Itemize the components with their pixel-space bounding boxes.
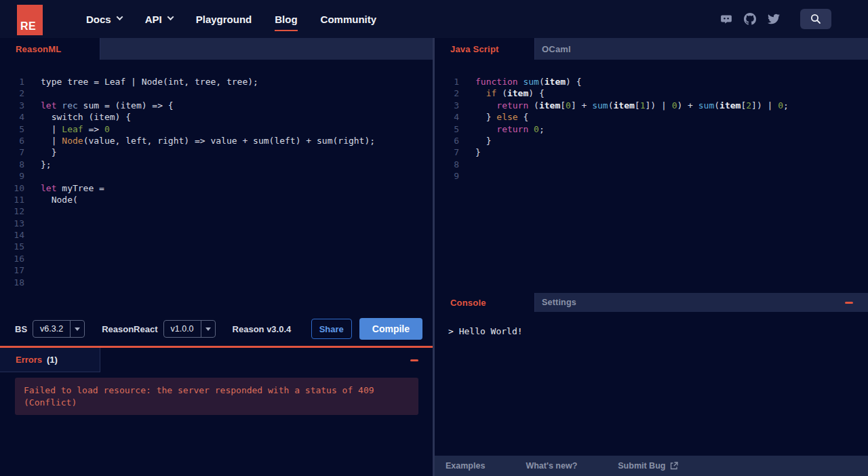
nav-item-api[interactable]: API — [145, 14, 173, 25]
search-button[interactable] — [800, 9, 831, 29]
tab-errors[interactable]: Errors (1) — [0, 348, 100, 372]
collapse-console-icon[interactable] — [845, 302, 853, 304]
code-text: | Node(value, left, right) => value + su… — [41, 135, 375, 146]
line-number: 12 — [0, 205, 24, 217]
line-number: 4 — [0, 111, 24, 123]
reasonreact-label: ReasonReact — [102, 324, 157, 334]
line-number: 16 — [0, 253, 24, 264]
code-line: 12 — [0, 205, 433, 217]
line-number: 9 — [435, 170, 459, 182]
reason-editor[interactable]: 1type tree = Leaf | Node(int, tree, tree… — [0, 60, 433, 312]
tab-settings[interactable]: Settings — [535, 293, 576, 312]
chevron-down-icon — [167, 14, 174, 20]
code-text: switch (item) { — [41, 111, 131, 123]
code-line: 17 — [0, 264, 433, 276]
javascript-output-editor[interactable]: 1function sum(item) {2 if (item) {3 retu… — [435, 60, 868, 293]
console-log-line: > Hello World! — [448, 326, 854, 336]
discord-icon[interactable] — [720, 13, 732, 25]
code-line: 9 — [0, 170, 433, 182]
nav-item-playground[interactable]: Playground — [196, 14, 252, 25]
reason-logo[interactable]: RE — [17, 5, 43, 35]
error-message-line: Failed to load resource: the server resp… — [24, 384, 410, 397]
footer-link-submit-bug[interactable]: Submit Bug — [618, 461, 678, 471]
nav-item-docs[interactable]: Docs — [86, 14, 122, 25]
github-icon[interactable] — [744, 13, 756, 25]
code-text: let myTree = — [41, 182, 104, 194]
tab-ocaml[interactable]: OCaml — [535, 38, 571, 60]
console-output: > Hello World! — [435, 312, 868, 456]
line-number: 15 — [0, 241, 24, 252]
footer-link-label: Submit Bug — [618, 461, 665, 471]
nav-item-label: Blog — [275, 14, 297, 25]
twitter-icon[interactable] — [768, 13, 780, 25]
compile-button[interactable]: Compile — [359, 318, 422, 340]
line-number: 5 — [435, 123, 459, 135]
nav-item-label: Community — [321, 14, 377, 25]
code-line: 5 return 0; — [435, 123, 868, 135]
bs-version-select[interactable]: v6.3.2 — [33, 320, 85, 338]
reasonreact-version-select[interactable]: v1.0.0 — [163, 320, 216, 338]
line-number: 14 — [0, 229, 24, 241]
line-number: 7 — [0, 146, 24, 158]
main-split: ReasonML 1type tree = Leaf | Node(int, t… — [0, 38, 868, 476]
error-message: Failed to load resource: the server resp… — [15, 378, 418, 415]
code-text: | Leaf => 0 — [41, 123, 110, 135]
footer-bar: Examples What's new? Submit Bug — [435, 456, 868, 476]
footer-link-whats-new[interactable]: What's new? — [526, 461, 577, 471]
share-button[interactable]: Share — [311, 319, 352, 339]
line-number: 5 — [0, 123, 24, 135]
line-number: 9 — [0, 170, 24, 182]
errors-header: Errors (1) — [0, 348, 433, 372]
code-line: 7} — [435, 146, 868, 158]
code-line: 8}; — [0, 159, 433, 170]
code-text: type tree = Leaf | Node(int, tree, tree)… — [41, 76, 258, 87]
code-line: 16 — [0, 253, 433, 264]
code-line: 18 — [0, 277, 433, 288]
nav-item-blog[interactable]: Blog — [275, 14, 297, 25]
caret-down-icon — [201, 321, 215, 337]
reason-tabstrip: ReasonML — [0, 38, 433, 60]
output-tabstrip: Java Script OCaml — [435, 38, 868, 60]
code-text: if (item) { — [475, 87, 545, 99]
nav-item-label: Playground — [196, 14, 252, 25]
compile-toolbar: BS v6.3.2 ReasonReact v1.0.0 Reason v3.0… — [0, 312, 433, 346]
line-number: 6 — [435, 135, 459, 146]
bs-label: BS — [15, 324, 27, 334]
code-line: 5 | Leaf => 0 — [0, 123, 433, 135]
line-number: 1 — [435, 76, 459, 87]
line-number: 18 — [0, 277, 24, 288]
code-text: return 0; — [475, 123, 545, 135]
error-message-line: (Conflict) — [24, 397, 410, 409]
code-line: 3let rec sum = (item) => { — [0, 100, 433, 111]
line-number: 3 — [435, 100, 459, 111]
line-number: 4 — [435, 111, 459, 123]
tab-reasonml[interactable]: ReasonML — [0, 38, 100, 60]
chevron-down-icon — [116, 14, 123, 20]
code-text: } — [475, 135, 491, 146]
bs-version-value: v6.3.2 — [33, 324, 70, 334]
tab-console[interactable]: Console — [435, 293, 535, 312]
tab-javascript[interactable]: Java Script — [435, 38, 535, 60]
line-number: 13 — [0, 218, 24, 229]
main-nav: Docs API Playground Blog Community — [86, 14, 376, 25]
line-number: 8 — [0, 159, 24, 170]
code-line: 6 } — [435, 135, 868, 146]
caret-down-icon — [70, 321, 84, 337]
code-text: Node( — [41, 194, 78, 205]
errors-title: Errors — [16, 355, 42, 365]
console-tabstrip: Console Settings — [435, 293, 868, 312]
line-number: 11 — [0, 194, 24, 205]
reason-pane: ReasonML 1type tree = Leaf | Node(int, t… — [0, 38, 433, 476]
code-line: 4 switch (item) { — [0, 111, 433, 123]
code-line: 2 — [0, 87, 433, 99]
code-line: 14 — [0, 229, 433, 241]
errors-panel-body — [0, 415, 433, 476]
nav-item-label: API — [145, 14, 162, 25]
collapse-errors-icon[interactable] — [410, 359, 418, 361]
nav-item-community[interactable]: Community — [321, 14, 377, 25]
footer-link-examples[interactable]: Examples — [446, 461, 485, 471]
code-text: return (item[0] + sum(item[1]) | 0) + su… — [475, 100, 789, 111]
code-line: 2 if (item) { — [435, 87, 868, 99]
navbar-right — [720, 9, 868, 29]
search-icon — [810, 14, 821, 24]
